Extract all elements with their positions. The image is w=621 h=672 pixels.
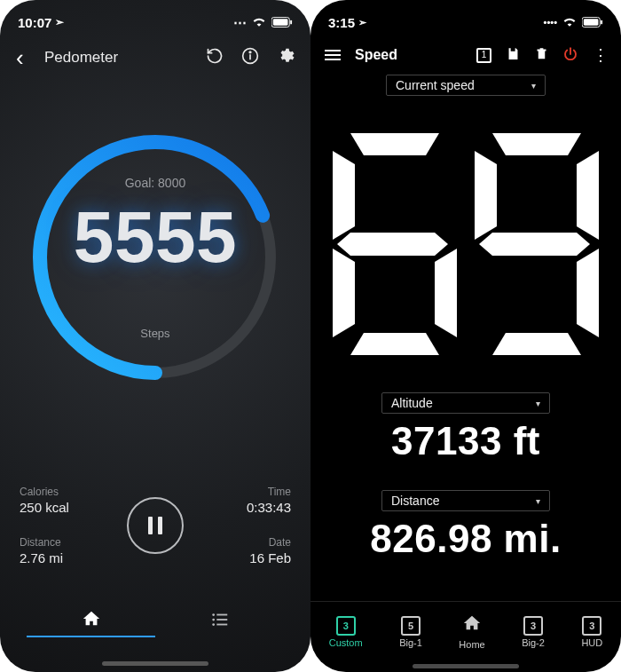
status-bar: 10:07 ➣ ⋯ <box>0 9 310 36</box>
altitude-dropdown-label: Altitude <box>391 396 433 410</box>
main-metric-dropdown-label: Current speed <box>396 78 475 92</box>
page-title: Pedometer <box>44 49 118 67</box>
time-metric: Time 0:33:43 <box>184 486 291 515</box>
svg-marker-17 <box>350 133 439 155</box>
calories-value: 250 kcal <box>20 500 127 515</box>
tab-big-2[interactable]: 3 Big-2 <box>522 616 545 648</box>
tab-big-1[interactable]: 5 Big-1 <box>399 616 422 648</box>
location-icon: ➣ <box>358 17 366 28</box>
menu-icon[interactable] <box>325 50 341 60</box>
title-bar: Speed 1 ⋮ <box>310 39 621 71</box>
status-time: 10:07 <box>18 15 51 30</box>
speedometer-app: 3:15 ➣ •••• Speed 1 ⋮ <box>310 0 621 672</box>
svg-rect-9 <box>216 614 227 616</box>
info-icon[interactable] <box>241 47 259 69</box>
altitude-value: 37133 ft <box>310 419 621 463</box>
page-title: Speed <box>355 47 397 63</box>
battery-icon <box>582 15 603 30</box>
distance-label: Distance <box>20 536 127 549</box>
wifi-icon <box>252 15 266 30</box>
chevron-down-icon: ▾ <box>531 81 536 91</box>
svg-marker-23 <box>492 133 581 155</box>
status-icons: •••• <box>544 15 603 30</box>
svg-marker-18 <box>333 151 355 240</box>
tab-big1-label: Big-1 <box>399 637 422 648</box>
pedometer-app: 10:07 ➣ ⋯ ‹ Pedometer <box>0 0 310 672</box>
tab-home-label: Home <box>459 639 484 650</box>
svg-rect-15 <box>584 19 599 25</box>
date-label: Date <box>184 536 291 549</box>
speed-display <box>310 115 621 373</box>
status-time: 3:15 <box>328 15 355 30</box>
bottom-nav <box>0 601 310 645</box>
tab-big1-num: 5 <box>401 616 421 636</box>
goal-label: Goal: 8000 <box>74 176 237 190</box>
metrics-grid: Calories 250 kcal Time 0:33:43 Distance … <box>0 486 310 565</box>
progress-ring: Goal: 8000 5555 Steps <box>0 98 310 417</box>
date-value: 16 Feb <box>184 550 291 565</box>
chevron-down-icon: ▾ <box>536 399 540 408</box>
status-icons: ⋯ <box>233 14 293 30</box>
signal-icon: ⋯ <box>233 14 247 30</box>
home-tab[interactable] <box>27 609 155 637</box>
svg-marker-20 <box>435 249 457 337</box>
distance-value: 826.98 mi. <box>310 517 621 561</box>
tab-hud-label: HUD <box>581 637 602 648</box>
svg-marker-21 <box>337 233 448 256</box>
pause-button[interactable] <box>127 497 184 554</box>
tab-big2-label: Big-2 <box>522 637 545 648</box>
wifi-icon <box>562 15 577 30</box>
svg-rect-13 <box>216 624 227 626</box>
tab-hud-num: 3 <box>582 616 601 636</box>
more-icon[interactable]: ⋮ <box>593 45 607 65</box>
speed-digits <box>324 124 608 364</box>
location-icon: ➣ <box>55 16 64 28</box>
home-indicator <box>413 664 519 668</box>
svg-point-12 <box>212 623 215 626</box>
svg-rect-11 <box>216 619 227 621</box>
time-label: Time <box>184 486 291 498</box>
home-icon <box>462 613 482 637</box>
preset-1-icon[interactable]: 1 <box>476 48 491 63</box>
step-unit: Steps <box>74 327 237 340</box>
svg-marker-24 <box>475 151 497 240</box>
svg-marker-25 <box>577 151 599 240</box>
status-bar: 3:15 ➣ •••• <box>310 9 621 36</box>
tab-big2-num: 3 <box>523 616 543 636</box>
signal-icon: •••• <box>544 17 557 28</box>
tab-bar: 3 Custom 5 Big-1 Home 3 Big-2 3 HUD <box>310 601 621 656</box>
svg-marker-27 <box>479 233 590 256</box>
main-metric-dropdown[interactable]: Current speed ▾ <box>386 75 546 96</box>
tab-custom-label: Custom <box>329 637 363 648</box>
distance-metric: Distance 2.76 mi <box>20 536 127 565</box>
title-bar: ‹ Pedometer <box>0 43 310 73</box>
battery-icon <box>271 15 293 30</box>
altitude-dropdown[interactable]: Altitude ▾ <box>381 392 550 414</box>
svg-point-10 <box>212 619 215 621</box>
home-indicator <box>102 661 208 666</box>
back-icon[interactable]: ‹ <box>16 44 35 72</box>
distance-dropdown-label: Distance <box>391 494 439 508</box>
calories-label: Calories <box>20 486 127 498</box>
altitude-block: Altitude ▾ 37133 ft <box>310 392 621 463</box>
gear-icon[interactable] <box>277 47 295 69</box>
delete-icon[interactable] <box>535 46 548 64</box>
svg-rect-16 <box>601 20 602 24</box>
svg-marker-22 <box>350 333 439 355</box>
step-count: 5555 <box>74 195 237 279</box>
tab-custom[interactable]: 3 Custom <box>329 616 363 648</box>
time-value: 0:33:43 <box>184 500 291 515</box>
distance-value: 2.76 mi <box>20 550 127 565</box>
save-icon[interactable] <box>506 46 521 64</box>
refresh-icon[interactable] <box>206 47 224 69</box>
tab-hud[interactable]: 3 HUD <box>581 616 602 648</box>
date-metric: Date 16 Feb <box>184 536 291 565</box>
distance-dropdown[interactable]: Distance ▾ <box>381 490 550 511</box>
list-tab[interactable] <box>155 610 284 636</box>
calories-metric: Calories 250 kcal <box>20 486 127 515</box>
svg-rect-1 <box>273 19 288 25</box>
svg-marker-19 <box>333 249 355 337</box>
power-icon[interactable] <box>562 46 578 65</box>
svg-marker-26 <box>577 249 599 337</box>
tab-home[interactable]: Home <box>459 613 484 650</box>
